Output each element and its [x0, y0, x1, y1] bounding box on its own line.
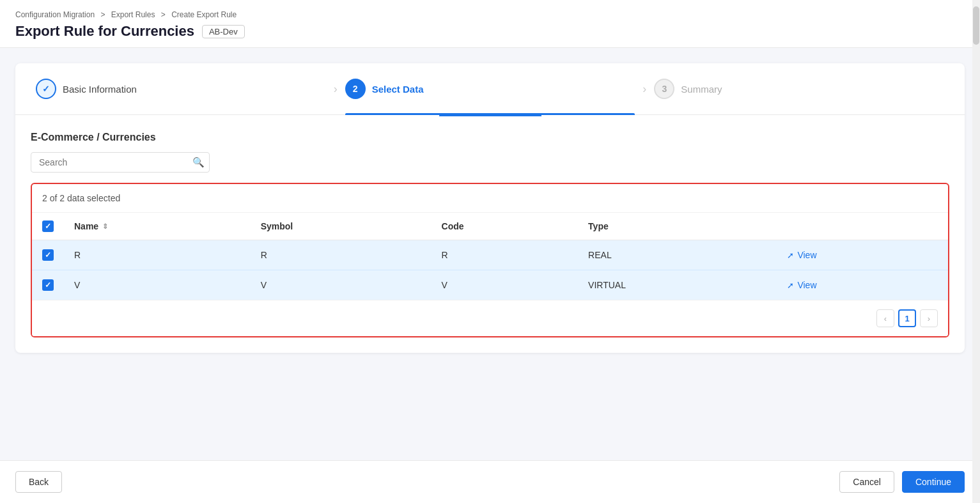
breadcrumb-item-2: Export Rules — [111, 10, 155, 19]
row-symbol-1: R — [251, 240, 432, 270]
page-header: Configuration Migration > Export Rules >… — [0, 0, 980, 48]
header-checkbox-col: ✓ — [32, 213, 64, 240]
breadcrumb-sep-1: > — [100, 10, 107, 19]
row-action-cell-2: ➚ View — [777, 270, 948, 300]
external-link-icon-2: ➚ — [787, 281, 794, 290]
view-link-1[interactable]: ➚ View — [787, 250, 938, 260]
th-name-label: Name — [74, 221, 98, 231]
step-number-2: 2 — [353, 84, 358, 94]
step-circle-1: ✓ — [36, 79, 56, 99]
main-content: ✓ Basic Information › 2 Select Data › 3 — [0, 48, 980, 460]
step-separator-2: › — [642, 82, 646, 96]
step-check-icon: ✓ — [42, 84, 50, 94]
cancel-button[interactable]: Cancel — [839, 471, 894, 493]
step-circle-2: 2 — [345, 79, 366, 99]
selection-info: 2 of 2 data selected — [32, 184, 948, 213]
th-action — [777, 213, 948, 240]
search-row: 🔍 — [31, 152, 949, 173]
breadcrumb-item-1: Configuration Migration — [15, 10, 95, 19]
row-checkmark-1: ✓ — [45, 251, 51, 259]
row-type-2: VIRTUAL — [578, 270, 777, 300]
row-checkbox-cell: ✓ — [32, 270, 64, 300]
page-1-button[interactable]: 1 — [898, 309, 916, 327]
continue-button[interactable]: Continue — [902, 471, 965, 493]
scrollbar-thumb[interactable] — [973, 6, 979, 45]
page-title: Export Rule for Currencies — [15, 23, 194, 40]
step-number-3: 3 — [662, 84, 667, 94]
breadcrumb-item-3: Create Export Rule — [171, 10, 237, 19]
section-title: E-Commerce / Currencies — [31, 132, 949, 143]
data-table: ✓ Name ⇕ Symbol Code — [32, 213, 948, 300]
page-wrapper: Configuration Migration > Export Rules >… — [0, 0, 980, 503]
search-icon: 🔍 — [192, 157, 205, 168]
pagination-row: ‹ 1 › — [32, 300, 948, 336]
env-badge: AB-Dev — [202, 25, 245, 38]
footer-bar: Back Cancel Continue — [0, 460, 980, 503]
step-circle-3: 3 — [654, 79, 674, 99]
row-checkbox-1[interactable]: ✓ — [42, 249, 54, 261]
row-action-cell-1: ➚ View — [777, 240, 948, 270]
stepper: ✓ Basic Information › 2 Select Data › 3 — [15, 63, 965, 115]
th-name: Name ⇕ — [64, 213, 251, 240]
prev-page-button[interactable]: ‹ — [876, 309, 894, 327]
row-type-1: REAL — [578, 240, 777, 270]
select-all-checkmark: ✓ — [45, 222, 51, 231]
data-table-box: 2 of 2 data selected ✓ — [31, 183, 949, 337]
step-summary: 3 Summary — [654, 79, 944, 99]
th-type: Type — [578, 213, 777, 240]
row-code-1: R — [432, 240, 579, 270]
table-row: ✓ V V V VIRTUAL ➚ View — [32, 270, 948, 300]
external-link-icon-1: ➚ — [787, 251, 794, 260]
step-separator-1: › — [334, 82, 338, 96]
row-code-2: V — [432, 270, 579, 300]
step-select-data: 2 Select Data — [345, 79, 635, 99]
scrollbar-track — [972, 0, 980, 503]
step-basic-information: ✓ Basic Information — [36, 79, 326, 99]
back-button[interactable]: Back — [15, 471, 62, 493]
search-input-wrap: 🔍 — [31, 152, 210, 173]
view-link-2[interactable]: ➚ View — [787, 280, 938, 290]
sort-icon[interactable]: ⇕ — [102, 222, 108, 231]
row-checkmark-2: ✓ — [45, 281, 51, 290]
row-checkbox-2[interactable]: ✓ — [42, 279, 54, 291]
wizard-card: ✓ Basic Information › 2 Select Data › 3 — [15, 63, 965, 353]
breadcrumb: Configuration Migration > Export Rules >… — [15, 10, 965, 19]
row-checkbox-cell: ✓ — [32, 240, 64, 270]
table-header-row: ✓ Name ⇕ Symbol Code — [32, 213, 948, 240]
table-row: ✓ R R R REAL ➚ View — [32, 240, 948, 270]
row-name-2: V — [64, 270, 251, 300]
next-page-button[interactable]: › — [920, 309, 938, 327]
content-area: E-Commerce / Currencies 🔍 2 of 2 data se… — [15, 116, 965, 353]
search-button[interactable]: 🔍 — [187, 152, 210, 173]
step-label-2: Select Data — [372, 84, 424, 95]
select-all-checkbox[interactable]: ✓ — [42, 221, 54, 232]
table-body: ✓ R R R REAL ➚ View ✓ V V V VIRTUAL — [32, 240, 948, 300]
th-code: Code — [432, 213, 579, 240]
step-label-1: Basic Information — [63, 84, 137, 95]
row-symbol-2: V — [251, 270, 432, 300]
step-label-3: Summary — [681, 84, 722, 95]
footer-right: Cancel Continue — [839, 471, 965, 493]
th-symbol: Symbol — [251, 213, 432, 240]
breadcrumb-sep-2: > — [161, 10, 167, 19]
search-input[interactable] — [31, 152, 210, 173]
row-name-1: R — [64, 240, 251, 270]
